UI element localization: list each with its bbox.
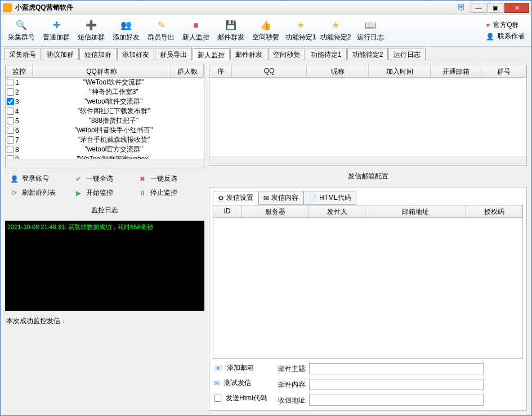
- result-grid-header: 序QQ昵称加入时间开通邮箱群号: [209, 65, 526, 78]
- login-button[interactable]: 👤登录账号: [10, 174, 71, 184]
- tab-5[interactable]: 新人监控: [193, 48, 230, 60]
- group-row[interactable]: 2"神奇的工作室3": [6, 87, 204, 97]
- row-checkbox[interactable]: [7, 146, 14, 153]
- inner-tab-0[interactable]: ⚙发信设置: [213, 191, 258, 205]
- start-monitor-button[interactable]: ▶开始监控: [74, 188, 136, 198]
- close-button[interactable]: ✕: [504, 3, 529, 13]
- col-name[interactable]: QQ群名称: [33, 65, 171, 77]
- select-all-button[interactable]: ✔一键全选: [74, 174, 136, 184]
- action-buttons: 👤登录账号 ✔一键全选 ✖一键反选 ⟳刷新群列表 ▶开始监控 ⏸停止监控: [5, 172, 204, 200]
- h-scrollbar-right[interactable]: [209, 156, 526, 165]
- minimize-button[interactable]: —: [471, 3, 486, 13]
- window-title: 小蛮虎QQ营销软件: [15, 3, 454, 12]
- group-grid-body[interactable]: 1"WeTool软件交流群"2"神奇的工作室3"3"wetool软件交流群"4"…: [6, 78, 204, 159]
- toolbar-5[interactable]: ■新人监控: [178, 16, 213, 45]
- email-col[interactable]: 授权码: [466, 205, 522, 217]
- row-checkbox[interactable]: [7, 98, 14, 105]
- result-col[interactable]: 开通邮箱: [431, 65, 481, 77]
- group-row[interactable]: 4"软件阁社汇下载发布群": [6, 106, 204, 116]
- toolbar-3[interactable]: 👥添加好友: [109, 16, 144, 45]
- group-row[interactable]: 7"茅台手机戴森线报收货": [6, 135, 204, 145]
- subject-input[interactable]: [309, 363, 484, 374]
- email-grid-header: ID服务器发件人邮箱地址授权码: [213, 205, 522, 218]
- refresh-button[interactable]: ⟳刷新群列表: [10, 188, 71, 198]
- send-html-checkbox[interactable]: 发送Html代码: [214, 393, 267, 403]
- group-row[interactable]: 3"wetool软件交流群": [6, 97, 204, 106]
- result-col[interactable]: 加入时间: [369, 65, 431, 77]
- tab-3[interactable]: 添加好友: [117, 48, 154, 60]
- content-input[interactable]: [309, 379, 484, 390]
- invert-select-button[interactable]: ✖一键反选: [138, 174, 200, 184]
- log-title: 监控日志: [5, 203, 204, 217]
- h-scrollbar[interactable]: [6, 159, 204, 168]
- email-col[interactable]: 发件人: [309, 205, 365, 217]
- right-column: 序QQ昵称加入时间开通邮箱群号 发信邮箱配置 ⚙发信设置✉发信内容📄HTML代码…: [209, 65, 527, 411]
- toolbar-7[interactable]: 👍空间秒赞: [248, 16, 283, 45]
- toolbar-2[interactable]: ➕短信加群: [74, 16, 109, 45]
- result-col[interactable]: 昵称: [307, 65, 369, 77]
- toolbar-6[interactable]: 💾邮件群发: [213, 16, 248, 45]
- row-checkbox[interactable]: [7, 117, 14, 124]
- subject-label: 邮件主题:: [278, 364, 307, 374]
- email-grid-body[interactable]: [213, 218, 522, 358]
- add-email-button[interactable]: 📧添加邮箱: [214, 363, 267, 373]
- email-bottom-controls: 📧添加邮箱 ✉测试发信 发送Html代码 邮件主题: 邮件内容: 收信地址:: [209, 359, 526, 410]
- toolbar-0[interactable]: 🔍采集群号: [4, 16, 39, 45]
- email-col[interactable]: ID: [213, 205, 242, 217]
- tab-7[interactable]: 空间秒赞: [268, 48, 305, 60]
- email-config-panel: ⚙发信设置✉发信内容📄HTML代码 ID服务器发件人邮箱地址授权码 📧添加邮箱 …: [209, 187, 527, 411]
- tab-10[interactable]: 运行日志: [388, 48, 426, 60]
- tab-8[interactable]: 功能待定1: [306, 48, 347, 60]
- group-row[interactable]: 9"WeTool智群管家webox": [6, 154, 204, 159]
- app-window: 小蛮虎QQ营销软件 ⛨ — ▣ ✕ 🔍采集群号✚普通加群➕短信加群👥添加好友✎群…: [0, 0, 532, 416]
- col-count[interactable]: 群人数: [171, 65, 204, 77]
- official-group-link[interactable]: ♥官方Q群: [486, 20, 525, 30]
- row-checkbox[interactable]: [7, 88, 14, 96]
- main-content: 监控 QQ群名称 群人数 1"WeTool软件交流群"2"神奇的工作室3"3"w…: [1, 60, 531, 415]
- group-row[interactable]: 6"wetool抖音快手小红书百": [6, 126, 204, 135]
- toolbar-8[interactable]: ★功能待定1: [283, 16, 318, 45]
- tab-2[interactable]: 短信加群: [79, 48, 117, 60]
- tab-6[interactable]: 邮件群发: [230, 48, 267, 60]
- tab-4[interactable]: 群员导出: [155, 48, 192, 60]
- addr-input[interactable]: [309, 395, 484, 406]
- content-label: 邮件内容:: [278, 380, 307, 390]
- log-console[interactable]: 2021-10-09 21:46:31: 获取群数据成功，耗时656毫秒: [5, 221, 204, 311]
- titlebar: 小蛮虎QQ营销软件 ⛨ — ▣ ✕: [1, 1, 531, 15]
- maximize-button[interactable]: ▣: [488, 3, 503, 13]
- row-checkbox[interactable]: [7, 79, 14, 86]
- email-col[interactable]: 服务器: [242, 205, 309, 217]
- email-col[interactable]: 邮箱地址: [365, 205, 466, 217]
- row-checkbox[interactable]: [7, 136, 14, 144]
- contact-author-link[interactable]: 👤联系作者: [486, 32, 525, 41]
- row-checkbox[interactable]: [7, 127, 14, 134]
- result-grid-body[interactable]: [209, 78, 526, 156]
- toolbar-1[interactable]: ✚普通加群: [39, 16, 74, 45]
- email-grid: ID服务器发件人邮箱地址授权码: [213, 205, 523, 359]
- col-monitor[interactable]: 监控: [6, 65, 33, 77]
- group-row[interactable]: 8"wetool官方交流群": [6, 145, 204, 154]
- result-col[interactable]: 序: [209, 65, 232, 77]
- test-send-button[interactable]: ✉测试发信: [214, 378, 267, 388]
- result-col[interactable]: QQ: [232, 65, 307, 77]
- stop-monitor-button[interactable]: ⏸停止监控: [138, 188, 200, 198]
- group-list-panel: 监控 QQ群名称 群人数 1"WeTool软件交流群"2"神奇的工作室3"3"w…: [5, 65, 204, 168]
- tab-0[interactable]: 采集群号: [4, 48, 41, 60]
- toolbar-9[interactable]: ★功能待定2: [318, 16, 353, 45]
- toolbar-10[interactable]: 📖运行日志: [353, 16, 388, 45]
- group-row[interactable]: 1"WeTool软件交流群": [6, 78, 204, 87]
- monitor-result-panel: 序QQ昵称加入时间开通邮箱群号: [209, 65, 527, 166]
- log-line: 2021-10-09 21:46:31: 获取群数据成功，耗时656毫秒: [7, 223, 153, 230]
- tab-1[interactable]: 协议加群: [42, 48, 79, 60]
- inner-tab-1[interactable]: ✉发信内容: [258, 191, 303, 205]
- inner-tab-2[interactable]: 📄HTML代码: [303, 191, 356, 205]
- row-checkbox[interactable]: [7, 108, 14, 115]
- main-toolbar: 🔍采集群号✚普通加群➕短信加群👥添加好友✎群员导出■新人监控💾邮件群发👍空间秒赞…: [1, 15, 531, 47]
- tab-9[interactable]: 功能待定2: [347, 48, 388, 60]
- tab-icon: ✉: [263, 194, 269, 202]
- group-grid-header: 监控 QQ群名称 群人数: [6, 65, 204, 78]
- help-button[interactable]: ⛨: [454, 3, 470, 13]
- group-row[interactable]: 5"888撸货扛把子": [6, 116, 204, 126]
- result-col[interactable]: 群号: [481, 65, 526, 77]
- toolbar-4[interactable]: ✎群员导出: [144, 16, 178, 45]
